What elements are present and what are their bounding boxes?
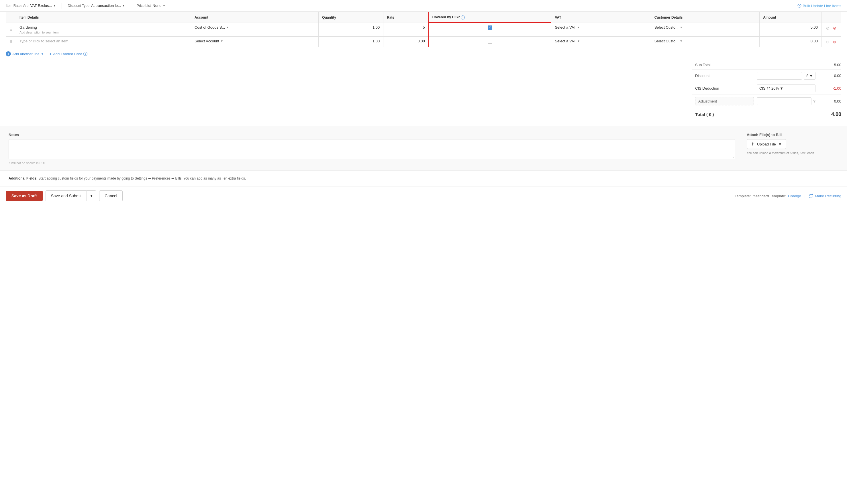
cis-deduction-value: -1.00 [818,86,841,90]
sub-total-value: 5.00 [818,63,841,67]
landed-cost-info-icon[interactable]: ℹ [83,52,87,56]
price-list-group: Price List None ▼ [137,3,165,8]
make-recurring-button[interactable]: Make Recurring [809,194,841,198]
col-rate: Rate [383,12,429,23]
adjustment-input-cell: ? [757,97,815,105]
row-1-customer-cell: Select Custo... ▼ [651,23,760,36]
cis-info-icon[interactable]: ℹ [461,16,465,19]
template-name: 'Standard Template' [753,194,786,198]
row-1-item-desc[interactable]: Add description to your item [19,31,188,34]
add-line-label: Add another line [12,52,39,56]
upload-file-button[interactable]: ⬆ Upload File ▼ [747,139,786,149]
row-1-item-name[interactable]: Gardening [19,25,188,30]
row-2-customer-value: Select Custo... [654,39,679,43]
row-2-copy-button[interactable]: ⊙ [825,39,831,45]
discount-currency-select[interactable]: £ ▼ [804,72,815,79]
discount-type-select[interactable]: At transaction le... ▼ [91,3,125,8]
cancel-button[interactable]: Cancel [99,191,123,201]
upload-icon: ⬆ [751,142,755,147]
save-submit-button[interactable]: Save and Submit [46,191,87,201]
row-1-delete-button[interactable]: ⊗ [832,25,837,31]
price-list-arrow: ▼ [162,4,165,7]
cis-deduction-row: CIS Deduction CIS @ 20% ▼ -1.00 [692,82,841,95]
cis-deduction-select[interactable]: CIS @ 20% ▼ [757,85,815,92]
bulk-update-link[interactable]: Bulk Update Line Items [797,4,841,8]
adjustment-row: Adjustment ? 0.00 [692,95,841,108]
attach-label: Attach File(s) to Bill [747,132,839,137]
totals-table: Sub Total 5.00 Discount £ ▼ 0.00 [692,60,841,121]
additional-fields-label: Additional Fields: [8,176,37,180]
row-1-rate-cell[interactable]: 5 [383,23,429,36]
adjustment-help-icon[interactable]: ? [813,99,815,104]
row-1-handle: ⠿ [6,23,16,36]
add-line-plus-icon: + [6,51,11,56]
row-2-rate-cell[interactable]: 0.00 [383,36,429,47]
notes-attach-section: Notes It will not be shown in PDF Attach… [0,127,847,170]
row-1-account-arrow: ▼ [226,26,229,29]
discount-type-group: Discount Type At transaction le... ▼ [68,3,125,8]
item-toolbar: Item Rates Are VAT Exclus... ▼ Discount … [0,0,847,12]
row-2-vat-cell: Select a VAT ▼ [551,36,651,47]
notes-label: Notes [8,132,735,137]
row-2-account-value: Select Account [195,39,219,43]
cis-deduction-option: CIS @ 20% [759,86,779,90]
row-1-vat-arrow: ▼ [577,26,580,29]
line-items-table-wrapper: Item Details Account Quantity Rate Cover… [0,12,847,47]
save-draft-button[interactable]: Save as Draft [6,191,43,201]
discount-amount-input[interactable] [757,72,802,79]
upload-arrow: ▼ [778,142,782,146]
row-1-copy-button[interactable]: ⊙ [825,25,831,31]
discount-label: Discount [692,74,754,78]
add-landed-cost-button[interactable]: + Add Landed Cost ℹ [50,52,87,56]
row-2-cis-checkbox[interactable] [488,39,492,43]
row-1-vat-select[interactable]: Select a VAT ▼ [555,25,647,30]
discount-type-label: Discount Type [68,4,89,8]
row-2-action-cell: ⊙ ⊗ [822,36,841,47]
footer-right: Template: 'Standard Template' Change | M… [735,194,841,198]
add-another-line-button[interactable]: + Add another line ▼ [6,51,44,56]
col-quantity: Quantity [319,12,383,23]
row-1-account-value: Cost of Goods S... [195,25,225,30]
template-change-link[interactable]: Change [788,194,801,198]
totals-section: Sub Total 5.00 Discount £ ▼ 0.00 [0,60,847,127]
row-2-vat-select[interactable]: Select a VAT ▼ [555,39,647,43]
row-2-item-cell: Type or click to select an item. [16,36,191,47]
discount-value: 0.00 [818,74,841,78]
toolbar-divider-1 [61,3,62,8]
row-2-account-select[interactable]: Select Account ▼ [195,39,315,43]
vat-exclusive-select[interactable]: VAT Exclus... ▼ [30,3,56,8]
item-rates-group: Item Rates Are VAT Exclus... ▼ [6,3,56,8]
row-2-qty-cell[interactable]: 1.00 [319,36,383,47]
row-1-qty-cell[interactable]: 1.00 [319,23,383,36]
price-list-value: None [153,3,161,8]
row-1-cis-cell [429,23,551,36]
price-list-select[interactable]: None ▼ [153,3,165,8]
row-1-customer-select[interactable]: Select Custo... ▼ [654,25,756,30]
table-actions: + Add another line ▼ + Add Landed Cost ℹ [0,47,847,60]
vat-exclusive-value: VAT Exclus... [30,3,52,8]
sub-total-label: Sub Total [692,63,754,67]
template-label: Template: [735,194,751,198]
footer: Save as Draft Save and Submit ▼ Cancel T… [0,186,847,205]
discount-row: Discount £ ▼ 0.00 [692,70,841,82]
adjustment-value: 0.00 [818,99,841,103]
row-2-actions: ⊙ ⊗ [825,39,837,45]
adjustment-input[interactable] [757,97,811,105]
line-items-table: Item Details Account Quantity Rate Cover… [6,12,841,47]
notes-textarea[interactable] [8,139,735,159]
cis-deduction-input: CIS @ 20% ▼ [757,85,815,92]
row-1-cis-checkbox[interactable] [488,25,492,30]
save-submit-dropdown-button[interactable]: ▼ [87,191,96,201]
col-cis: Covered by CIS? ℹ [429,12,551,23]
total-label: Total ( £ ) [692,112,754,117]
row-2-item-placeholder[interactable]: Type or click to select an item. [19,39,188,43]
discount-type-value: At transaction le... [91,3,121,8]
row-2-delete-button[interactable]: ⊗ [832,39,837,45]
row-2-amount-cell: 0.00 [760,36,822,47]
row-2-vat-value: Select a VAT [555,39,576,43]
row-2-customer-select[interactable]: Select Custo... ▼ [654,39,756,43]
row-2-cis-cell [429,36,551,47]
row-1-account-select[interactable]: Cost of Goods S... ▼ [195,25,315,30]
make-recurring-label: Make Recurring [815,194,841,198]
additional-fields-section: Additional Fields: Start adding custom f… [0,170,847,186]
